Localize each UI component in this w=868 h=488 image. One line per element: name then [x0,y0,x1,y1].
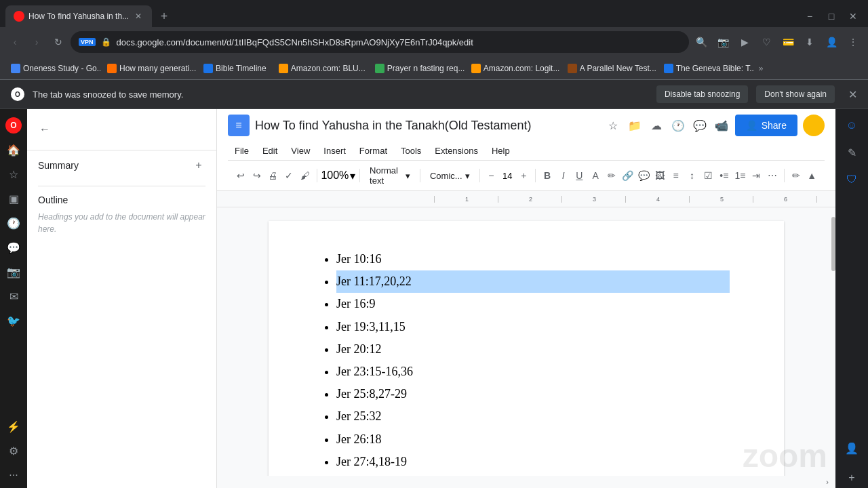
bookmark-prayer[interactable]: Prayer n fasting req... [370,62,465,75]
bookmark-parallel[interactable]: A Parallel New Test... [562,62,657,75]
back-button[interactable]: ‹ [5,33,24,52]
history-icon[interactable]: 🕐 [670,117,686,134]
menu-format[interactable]: Format [353,143,394,159]
sidebar-settings-icon[interactable]: ⚙ [3,440,24,462]
font-size-increase-button[interactable]: + [517,166,532,185]
indent-button[interactable]: ⇥ [749,166,764,185]
bullet-list-button[interactable]: •≡ [717,166,732,185]
minimize-button[interactable]: − [800,7,819,26]
sidebar-tabs-icon[interactable]: ▣ [3,188,24,209]
settings-button[interactable]: ⋮ [844,33,863,52]
sidebar-home-icon[interactable]: 🏠 [3,139,24,161]
account-button[interactable]: 👤 [822,33,841,52]
bookmarks-button[interactable]: ♡ [757,33,776,52]
zoom-dropdown-icon: ▾ [350,169,355,182]
paintformat-button[interactable]: 🖌 [298,166,313,185]
right-panel-add-button[interactable]: + [835,468,868,488]
user-avatar[interactable] [803,115,825,136]
cloud-icon[interactable]: ☁ [648,117,665,134]
tab-close-button[interactable]: ✕ [133,11,144,22]
close-window-button[interactable]: ✕ [844,7,863,26]
align-button[interactable]: ≡ [669,166,684,185]
new-tab-button[interactable]: + [155,7,174,26]
font-dropdown[interactable]: Comic... ▾ [425,169,475,183]
italic-button[interactable]: I [556,166,571,185]
right-panel-shield-icon[interactable]: 🛡 [841,169,863,190]
meet-icon[interactable]: 📹 [713,117,730,134]
sidebar-whatsapp-icon[interactable]: ✉ [3,285,24,307]
print-button[interactable]: 🖨 [265,166,280,185]
sidebar-back-button[interactable]: ← [35,120,54,139]
more-formats-button[interactable]: ⋯ [765,166,780,185]
right-panel-user-icon[interactable]: 👤 [841,437,863,459]
sidebar-bookmarks-icon[interactable]: ☆ [3,163,24,185]
comments-icon[interactable]: 💬 [692,117,708,134]
dont-show-again-button[interactable]: Don't show again [756,85,835,103]
player-button[interactable]: ▶ [735,33,754,52]
text-color-button[interactable]: A [588,166,603,185]
screenshot-button[interactable]: 📷 [713,33,732,52]
sidebar-extensions-icon[interactable]: ⚡ [3,415,24,437]
right-panel-smiley-icon[interactable]: ☺ [841,115,863,136]
menu-view[interactable]: View [284,143,317,159]
edit-mode-button[interactable]: ✏ [789,166,804,185]
menu-extensions[interactable]: Extensions [428,143,485,159]
ruler: 1 2 3 4 5 6 7 [217,191,835,207]
checklist-button[interactable]: ☑ [701,166,715,185]
star-icon[interactable]: ☆ [605,117,621,134]
maximize-button[interactable]: □ [822,7,841,26]
bookmark-amazon-logit[interactable]: Amazon.com: Logit... [466,62,561,75]
spellcheck-button[interactable]: ✓ [281,166,296,185]
address-bar[interactable]: VPN 🔒 docs.google.com/document/d/1tIIBqF… [71,31,689,53]
sidebar-history-icon[interactable]: 🕐 [3,212,24,234]
right-panel: ☺ ✎ 🛡 👤 📍 [835,109,868,488]
search-button[interactable]: 🔍 [692,33,711,52]
undo-button[interactable]: ↩ [233,166,248,185]
sidebar-twitter-icon[interactable]: 🐦 [3,310,24,331]
bold-button[interactable]: B [540,166,555,185]
share-button[interactable]: 👤 Share [735,115,797,136]
menu-tools[interactable]: Tools [394,143,428,159]
wallet-button[interactable]: 💳 [778,33,797,52]
sidebar-messenger-icon[interactable]: 💬 [3,237,24,258]
disable-tab-snoozing-button[interactable]: Disable tab snoozing [656,85,748,103]
summary-add-button[interactable]: + [192,159,205,172]
notification-close-button[interactable]: ✕ [848,88,857,101]
document-area[interactable]: Jer 10:16Jer 11:17,20,22Jer 16:9Jer 19:3… [217,207,835,488]
numbered-list-button[interactable]: 1≡ [733,166,748,185]
opera-logo-button[interactable]: O [3,115,24,136]
bookmark-bible-timeline[interactable]: Bible Timeline [198,62,272,75]
link-button[interactable]: 🔗 [620,166,635,185]
bookmark-geneva[interactable]: The Geneva Bible: T... [658,62,753,75]
menu-help[interactable]: Help [485,143,517,159]
style-dropdown[interactable]: Normal text ▾ [364,163,416,188]
bookmark-oneness[interactable]: Oneness Study - Go... [5,62,100,75]
bookmark-amazon-blu[interactable]: Amazon.com: BLU... [273,62,368,75]
docs-document-title[interactable]: How To find Yahusha in the Tanakh(Old Te… [255,119,599,133]
bookmark-generati[interactable]: How many generati... [102,62,197,75]
redo-button[interactable]: ↪ [250,166,264,185]
active-tab[interactable]: How To find Yahusha in th... ✕ [5,5,152,27]
reload-button[interactable]: ↻ [49,33,68,52]
underline-button[interactable]: U [572,166,587,185]
menu-insert[interactable]: Insert [317,143,353,159]
menu-edit[interactable]: Edit [256,143,284,159]
font-size-decrease-button[interactable]: − [484,166,498,185]
menu-file[interactable]: File [228,143,256,159]
line-spacing-button[interactable]: ↕ [685,166,700,185]
folder-icon[interactable]: 📁 [627,117,643,134]
bottom-expand-icon[interactable]: › [826,478,829,486]
right-panel-edit-icon[interactable]: ✎ [841,142,863,163]
downloads-button[interactable]: ⬇ [800,33,819,52]
forward-button[interactable]: › [27,33,46,52]
sidebar-more-icon[interactable]: ··· [3,464,24,486]
highlight-button[interactable]: ✏ [604,166,619,185]
zoom-control[interactable]: 100% ▾ [321,169,355,182]
image-button[interactable]: 🖼 [652,166,667,185]
tab-bar: How To find Yahusha in th... ✕ + − □ ✕ [0,0,868,27]
toolbar-collapse-button[interactable]: ▲ [804,166,819,185]
bookmarks-more[interactable]: » [755,62,768,75]
scrollbar-thumb[interactable] [831,217,835,271]
comment-button[interactable]: 💬 [636,166,651,185]
sidebar-instagram-icon[interactable]: 📷 [3,261,24,283]
